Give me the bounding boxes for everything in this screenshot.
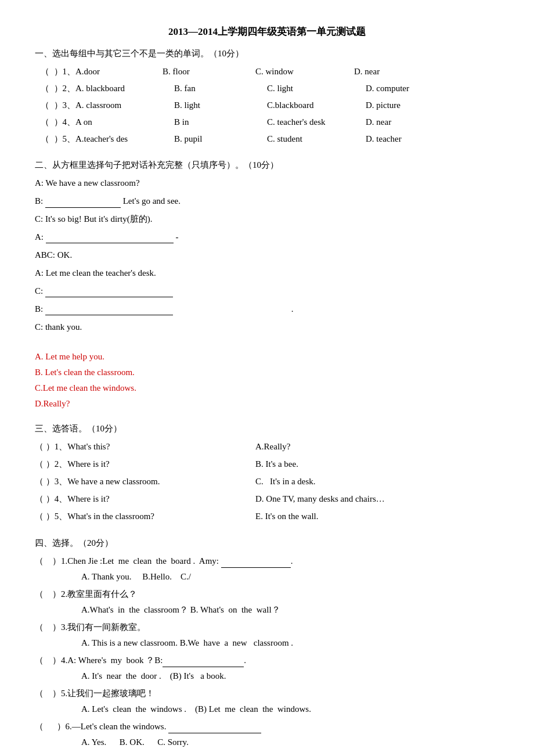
section1-header: 一、选出每组中与其它三个不是一类的单词。（10分）	[35, 46, 499, 62]
page-title: 2013—2014上学期四年级英语第一单元测试题	[35, 23, 499, 41]
list-item: （ ）2、Where is it? B. It's a bee.	[35, 456, 499, 472]
blank-B2[interactable]	[45, 315, 173, 315]
section3: 三、选答语。（10分） （ ）1、What's this? A.Really? …	[35, 421, 499, 524]
table-row: （ ）4、A on B in C. teacher's desk D. near	[35, 114, 499, 130]
dialog-line-A2: A: -	[35, 229, 499, 245]
list-item: （ ）4、Where is it? D. One TV, many desks …	[35, 491, 499, 507]
list-item: （ ）4.A: Where's my book ？B:. A. It's nea…	[35, 653, 499, 684]
blank-B1[interactable]	[45, 207, 121, 208]
list-item: （ ）1.Chen Jie :Let me clean the board . …	[35, 553, 499, 585]
section2-options: A. Let me help you. B. Let's clean the c…	[35, 349, 499, 412]
dialog-line-C3: C: thank you.	[35, 319, 499, 335]
list-item: （ ）3.我们有一间新教室。 A. This is a new classroo…	[35, 620, 499, 651]
page-content: 2013—2014上学期四年级英语第一单元测试题 一、选出每组中与其它三个不是一…	[35, 23, 499, 756]
blank-C2[interactable]	[45, 297, 173, 297]
list-item: （ ）2.教室里面有什么？ A.What's in the classroom？…	[35, 586, 499, 618]
table-row: （ ）3、A. classroom B. light C.blackboard …	[35, 98, 499, 113]
list-item: （ ）5.让我们一起擦玻璃吧！ A. Let's clean the windo…	[35, 686, 499, 717]
blank-4-4[interactable]	[163, 667, 244, 667]
table-row: （ ）1、A.door B. floor C. window D. near	[35, 64, 499, 80]
section3-header: 三、选答语。（10分）	[35, 421, 499, 437]
option-A: A. Let me help you.	[35, 349, 499, 365]
blank-4-6[interactable]	[168, 733, 261, 733]
dialog-line-ABC: ABC: OK.	[35, 247, 499, 263]
list-item: （ ）5、What's in the classroom? E. It's on…	[35, 509, 499, 524]
list-item: （ ）3、We have a new classroom. C. It's in…	[35, 474, 499, 489]
list-item: （ ）6.—Let's clean the windows. A. Yes. B…	[35, 719, 499, 750]
section4-header: 四、选择。（20分）	[35, 535, 499, 551]
blank-A2[interactable]	[46, 243, 174, 243]
dialog-line-A1: A: We have a new classroom?	[35, 175, 499, 191]
section2-header: 二、从方框里选择句子把对话补充完整（只填序号）。（10分）	[35, 157, 499, 173]
dialog-line-A3: A: Let me clean the teacher's desk.	[35, 265, 499, 281]
list-item: （ ）1、What's this? A.Really?	[35, 439, 499, 455]
table-row: （ ）5、A.teacher's des B. pupil C. student…	[35, 131, 499, 147]
section1: 一、选出每组中与其它三个不是一类的单词。（10分） （ ）1、A.door B.…	[35, 46, 499, 147]
option-C: C.Let me clean the windows.	[35, 380, 499, 396]
section2: 二、从方框里选择句子把对话补充完整（只填序号）。（10分） A: We have…	[35, 157, 499, 335]
list-item: （ ）7. Letclean the floor. A. my B. I C. …	[35, 752, 499, 756]
dialog-line-C1: C: It's so big! But it's dirty(脏的).	[35, 211, 499, 227]
table-row: （ ）2、A. blackboard B. fan C. light D. co…	[35, 81, 499, 96]
dialog-line-C2: C:	[35, 283, 499, 299]
dialog-line-B1: B: Let's go and see.	[35, 193, 499, 209]
option-D: D.Really?	[35, 396, 499, 412]
option-B: B. Let's clean the classroom.	[35, 365, 499, 380]
blank-4-1[interactable]	[221, 567, 291, 568]
dialog-line-B2: B: .	[35, 301, 499, 317]
section4: 四、选择。（20分） （ ）1.Chen Jie :Let me clean t…	[35, 535, 499, 756]
